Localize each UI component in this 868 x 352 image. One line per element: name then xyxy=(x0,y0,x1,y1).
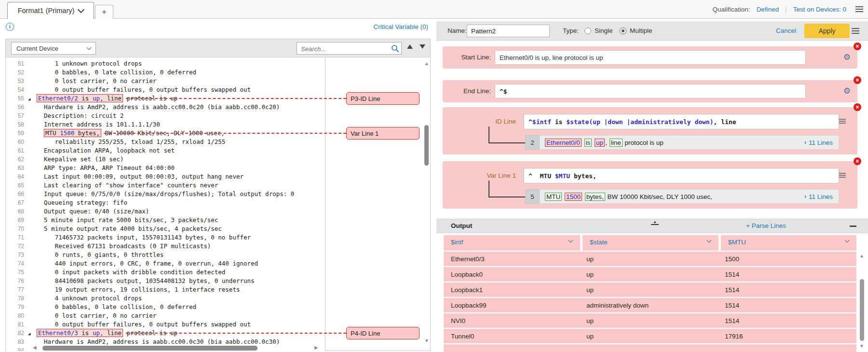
vscroll-thumb[interactable] xyxy=(424,125,429,166)
menu-icon[interactable] xyxy=(855,6,863,7)
chevron-down-icon xyxy=(569,238,573,243)
gear-icon[interactable]: ⚙ xyxy=(843,86,851,96)
table-row[interactable]: Loopback1up1514 xyxy=(444,282,856,297)
remove-id-line-icon[interactable]: × xyxy=(854,103,861,111)
id-line-menu-icon[interactable] xyxy=(839,119,846,120)
table-row[interactable]: Loopback0up1514 xyxy=(444,267,856,282)
code-line: 75 0 input packets with dribble conditio… xyxy=(6,268,325,277)
line-number: 67 xyxy=(6,198,24,207)
pattern-menu-icon[interactable] xyxy=(852,28,859,29)
code-line-text: ARP type: ARPA, ARP Timeout 04:00:00 xyxy=(37,164,175,172)
vscroll-down-icon[interactable]: ▼ xyxy=(424,338,429,343)
parse-lines-link[interactable]: + Parse Lines xyxy=(746,222,786,229)
line-number: 80 xyxy=(6,311,24,320)
cancel-button[interactable]: Cancel xyxy=(776,27,796,34)
var-line-match-text: MTU 1500 bytes, BW 10000 Kbit/sec, DLY 1… xyxy=(544,190,712,203)
column-header-state[interactable]: $state xyxy=(583,235,719,251)
line-number: 77 xyxy=(6,285,24,294)
vscroll-up-icon[interactable]: ▲ xyxy=(424,61,429,66)
line-number: 78 xyxy=(6,294,24,303)
remove-end-line-icon[interactable]: × xyxy=(854,76,861,84)
var-line-match-row[interactable]: 5 MTU 1500 bytes, BW 10000 Kbit/sec, DLY… xyxy=(539,189,839,204)
code-viewer[interactable]: 51 1 unknown protocol drops52 0 babbles,… xyxy=(6,57,326,351)
search-next-button[interactable] xyxy=(420,44,425,49)
table-cell: 1514 xyxy=(725,313,739,328)
qualification-value-link[interactable]: Defined xyxy=(757,6,779,13)
start-line-input[interactable]: Ethernet0/0 is up, line protocol is up xyxy=(495,50,806,65)
code-line: 67 Queueing strategy: fifo xyxy=(6,198,325,207)
gear-icon[interactable]: ⚙ xyxy=(843,52,851,62)
code-line-text: 4 unknown protocol drops xyxy=(37,294,142,303)
pattern-toolbar: Name: Type: Single Multiple Cancel Apply xyxy=(436,21,868,41)
code-line-text: Hardware is AmdP2, address is aabb.cc00.… xyxy=(37,338,280,346)
remove-var-line-icon[interactable]: × xyxy=(854,157,861,165)
annotation-connector xyxy=(104,133,346,134)
code-line-text: Input queue: 0/75/0/0 (size/max/drops/fl… xyxy=(37,190,294,198)
code-line: 78 4 unknown protocol drops xyxy=(6,294,325,303)
hscroll-left-icon[interactable]: ◀ xyxy=(33,345,37,350)
radio-single-label[interactable]: Single xyxy=(595,27,613,34)
id-line-regex-input[interactable]: ^$intf is $state(up |down |administrativ… xyxy=(524,114,839,129)
line-number: 55 xyxy=(6,94,24,103)
search-icon[interactable] xyxy=(391,44,399,53)
radio-single[interactable] xyxy=(584,28,591,34)
table-row[interactable]: Tunnel0up17916 xyxy=(444,329,856,343)
radio-multiple[interactable] xyxy=(620,28,626,34)
id-line-match-row[interactable]: 2 Ethernet0/0 is up, line protocol is up… xyxy=(539,135,839,150)
table-cell: Tunnel0 xyxy=(451,329,474,343)
device-select[interactable]: Current Device xyxy=(11,42,96,55)
annotation-label[interactable]: P4-ID Line xyxy=(346,327,420,339)
hscroll-thumb[interactable] xyxy=(42,346,258,351)
var-line-expand[interactable]: › 11 Lines xyxy=(804,190,833,203)
collapse-marker-icon[interactable]: ◢ xyxy=(28,95,30,103)
line-number: 70 xyxy=(6,225,24,233)
code-line-text: Output queue: 0/40 (size/max) xyxy=(37,207,149,216)
var-line-block: Var Line 1 ^ MTU $MTU bytes, 5 MTU 1500 … xyxy=(443,161,857,209)
table-row[interactable]: NVI0up1514 xyxy=(444,313,856,328)
apply-button[interactable]: Apply xyxy=(804,24,850,38)
code-line-text: 0 output buffer failures, 0 output buffe… xyxy=(37,85,251,94)
line-number: 79 xyxy=(6,303,24,311)
search-input[interactable] xyxy=(300,43,388,55)
pattern-name-input[interactable] xyxy=(467,25,550,37)
annotation-connector xyxy=(126,333,346,334)
critical-variable-link[interactable]: Critical Variable (0) xyxy=(373,23,428,30)
column-header-label: $state xyxy=(590,239,608,246)
table-cell: up xyxy=(586,267,594,282)
info-icon[interactable]: i xyxy=(6,23,14,31)
column-header-intf[interactable]: $intf xyxy=(444,235,580,251)
table-cell: Ethernet0/3 xyxy=(451,252,485,266)
add-tab-button[interactable]: + xyxy=(95,5,113,19)
radio-multiple-label[interactable]: Multiple xyxy=(630,27,652,34)
code-line-text: 0 output buffer failures, 0 output buffe… xyxy=(37,320,251,329)
var-line-regex: ^ MTU $MTU bytes, xyxy=(529,172,597,180)
search-prev-button[interactable] xyxy=(407,44,413,49)
code-line-text: Hardware is AmdP2, address is aabb.cc00.… xyxy=(37,103,280,112)
code-line-text: 84410698 packets output, 10354408132 byt… xyxy=(37,277,255,285)
table-row[interactable]: Loopback99administratively down1514 xyxy=(444,298,856,312)
code-line-text: reliability 255/255, txload 1/255, rxloa… xyxy=(37,138,225,146)
column-header-mtu[interactable]: $MTU xyxy=(721,235,856,251)
table-row[interactable]: Ethernet0/3up1500 xyxy=(444,252,856,266)
var-line-menu-icon[interactable] xyxy=(839,173,846,174)
id-line-expand[interactable]: › 11 Lines xyxy=(804,136,833,149)
annotation-label[interactable]: Var Line 1 xyxy=(346,127,420,140)
line-number: 56 xyxy=(6,103,24,112)
end-line-input[interactable]: ^$ xyxy=(495,84,806,99)
tab-format1[interactable]: Format1 (Primary) xyxy=(7,2,94,19)
table-scroll-thumb[interactable] xyxy=(860,279,864,341)
annotation-label[interactable]: P3-ID Line xyxy=(346,92,420,105)
hscroll-right-icon[interactable]: ▶ xyxy=(314,345,318,350)
collapse-marker-icon[interactable]: ◢ xyxy=(28,329,30,338)
collapse-handle-icon[interactable]: ▲ xyxy=(651,220,659,225)
table-scroll-up-icon[interactable]: ▲ xyxy=(859,253,864,258)
table-cell: up xyxy=(586,282,594,297)
code-line-text: Received 67131 broadcasts (0 IP multicas… xyxy=(37,242,211,251)
test-on-devices-link[interactable]: Test on Devices: 0 xyxy=(793,6,846,13)
minimize-icon[interactable] xyxy=(850,225,856,227)
var-line-regex-input[interactable]: ^ MTU $MTU bytes, xyxy=(524,168,839,183)
remove-start-line-icon[interactable]: × xyxy=(854,42,861,50)
table-scroll-down-icon[interactable]: ▼ xyxy=(859,344,864,349)
chevron-down-icon xyxy=(87,45,92,50)
tab-bar: Format1 (Primary) + Qualification: Defin… xyxy=(0,0,868,19)
